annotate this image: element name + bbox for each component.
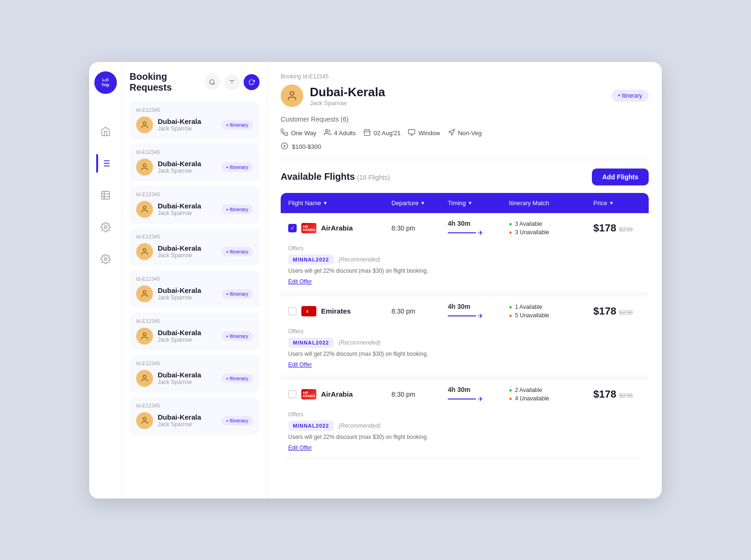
flight-name-cell: E Emirates — [288, 306, 391, 316]
col-price[interactable]: Price ▼ — [593, 199, 649, 207]
search-button[interactable] — [204, 74, 220, 90]
refresh-button[interactable] — [244, 74, 260, 90]
flight-checkbox[interactable] — [288, 307, 297, 315]
svg-point-22 — [143, 333, 146, 336]
booking-name-group: Dubai-Kerala Jack Sparrow — [158, 244, 201, 259]
edit-offer-link[interactable]: Edit Offer — [288, 361, 312, 368]
request-tag-date: 02 Aug'21 — [363, 129, 400, 138]
booking-name-group: Dubai-Kerala Jack Sparrow — [158, 117, 201, 132]
departure-time: 8:30 pm — [391, 391, 448, 398]
available-flights-header: Available Flights (16 Flights) Add Fligh… — [281, 169, 649, 185]
booking-name: Dubai-Kerala — [158, 244, 201, 252]
sidebar-item-config[interactable] — [96, 250, 115, 268]
sidebar-item-bookings[interactable] — [96, 154, 115, 173]
booking-item-id: Id-E12345 — [136, 403, 253, 408]
available-dot: ● — [509, 221, 512, 227]
booking-avatar — [136, 328, 153, 345]
booking-item-body: Dubai-Kerala Jack Sparrow Itinerary — [136, 370, 253, 387]
booking-name-group: Dubai-Kerala Jack Sparrow — [158, 160, 201, 174]
col-timing[interactable]: Timing ▼ — [448, 199, 509, 207]
flight-group: ✓ AIRARABIA AirArabia 8:30 pm 4h 30m ✈ ●… — [281, 213, 649, 296]
edit-offer-link[interactable]: Edit Offer — [288, 278, 312, 285]
booking-item-id: Id-E12345 — [136, 107, 253, 113]
booking-item-id: Id-E12345 — [136, 276, 253, 282]
itinerary-badge: Itinerary — [222, 247, 253, 256]
unavailable-label: 3 Unavailable — [515, 229, 549, 236]
booking-avatar — [136, 370, 153, 387]
booking-item-body: Dubai-Kerala Jack Sparrow Itinerary — [136, 243, 253, 260]
svg-point-12 — [210, 79, 214, 84]
request-tag-adults: 4 Adults — [324, 129, 356, 138]
price-cell: $178 $238 — [593, 388, 649, 400]
booking-item-info: Dubai-Kerala Jack Sparrow — [136, 285, 201, 302]
booking-item[interactable]: Id-E12345 Dubai-Kerala Jack Sparrow Itin… — [130, 397, 260, 435]
detail-title-group: Dubai-Kerala Jack Sparrow — [310, 85, 605, 107]
detail-badge: Itinerary — [612, 90, 649, 102]
price-icon — [281, 142, 288, 151]
request-tag-one-way: One Way — [281, 129, 316, 138]
itinerary-badge: Itinerary — [222, 162, 253, 172]
booking-avatar — [136, 201, 153, 218]
sidebar-item-settings[interactable] — [96, 218, 115, 237]
booking-list: Id-E12345 Dubai-Kerala Jack Sparrow Itin… — [130, 101, 260, 435]
offer-description: Users will get 22% discount (max $30) on… — [288, 268, 641, 274]
svg-rect-27 — [364, 130, 370, 135]
offers-label: Offers — [288, 328, 641, 335]
adults-label: 4 Adults — [334, 130, 356, 137]
airline-name: AirArabia — [321, 224, 353, 232]
svg-text:E: E — [307, 310, 309, 313]
one-way-icon — [281, 129, 288, 138]
detail-header: Dubai-Kerala Jack Sparrow Itinerary — [281, 84, 649, 107]
price-current: $178 — [593, 222, 616, 234]
booking-person: Jack Sparrow — [158, 210, 201, 216]
sidebar-item-reports[interactable] — [96, 186, 115, 205]
flight-checkbox[interactable]: ✓ — [288, 224, 297, 232]
booking-item[interactable]: Id-E12345 Dubai-Kerala Jack Sparrow Itin… — [130, 186, 260, 223]
svg-rect-31 — [409, 130, 415, 134]
booking-name: Dubai-Kerala — [158, 371, 201, 379]
departure-time: 8:30 pm — [391, 224, 448, 232]
plane-icon: ✈ — [478, 229, 483, 237]
app-logo[interactable]: Lol Trip — [94, 71, 117, 94]
available-flights-title: Available Flights (16 Flights) — [281, 171, 390, 182]
booking-item[interactable]: Id-E12345 Dubai-Kerala Jack Sparrow Itin… — [130, 101, 260, 139]
booking-name: Dubai-Kerala — [158, 160, 201, 168]
booking-item[interactable]: Id-E12345 Dubai-Kerala Jack Sparrow Itin… — [130, 270, 260, 308]
booking-person: Jack Sparrow — [158, 379, 201, 385]
match-available: ● 2 Available — [509, 387, 593, 393]
flight-separator — [281, 292, 649, 296]
svg-point-19 — [143, 206, 146, 209]
detail-destination: Dubai-Kerala — [310, 85, 605, 100]
booking-item[interactable]: Id-E12345 Dubai-Kerala Jack Sparrow Itin… — [130, 313, 260, 350]
window-label: Window — [418, 130, 440, 137]
add-flights-button[interactable]: Add Flights — [592, 169, 649, 185]
match-cell: ● 1 Available ● 5 Unavailable — [509, 304, 593, 319]
booking-item-info: Dubai-Kerala Jack Sparrow — [136, 412, 201, 429]
match-unavailable: ● 3 Unavailable — [509, 229, 593, 236]
sidebar-item-home[interactable] — [96, 122, 115, 141]
match-available: ● 3 Available — [509, 221, 593, 227]
match-unavailable: ● 4 Unavailable — [509, 395, 593, 402]
col-flight-name[interactable]: Flight Name ▼ — [288, 199, 391, 207]
price-current: $178 — [593, 305, 616, 317]
svg-rect-6 — [101, 191, 109, 199]
booking-item-info: Dubai-Kerala Jack Sparrow — [136, 243, 201, 260]
available-dot: ● — [509, 387, 512, 393]
filter-button[interactable] — [224, 74, 240, 90]
edit-offer-link[interactable]: Edit Offer — [288, 445, 312, 451]
date-label: 02 Aug'21 — [374, 130, 400, 137]
itinerary-badge: Itinerary — [222, 416, 253, 425]
booking-item-body: Dubai-Kerala Jack Sparrow Itinerary — [136, 116, 253, 133]
booking-name: Dubai-Kerala — [158, 413, 201, 421]
col-departure[interactable]: Departure ▼ — [391, 199, 448, 207]
booking-item[interactable]: Id-E12345 Dubai-Kerala Jack Sparrow Itin… — [130, 144, 260, 181]
booking-item[interactable]: Id-E12345 Dubai-Kerala Jack Sparrow Itin… — [130, 355, 260, 392]
booking-item-info: Dubai-Kerala Jack Sparrow — [136, 328, 201, 345]
sort-icon: ▼ — [609, 200, 614, 206]
svg-point-10 — [104, 226, 107, 229]
header-icons — [204, 74, 260, 90]
flight-checkbox[interactable] — [288, 390, 297, 399]
booking-item[interactable]: Id-E12345 Dubai-Kerala Jack Sparrow Itin… — [130, 228, 260, 266]
offers-label: Offers — [288, 245, 641, 252]
flights-title-text: Available Flights — [281, 171, 355, 182]
